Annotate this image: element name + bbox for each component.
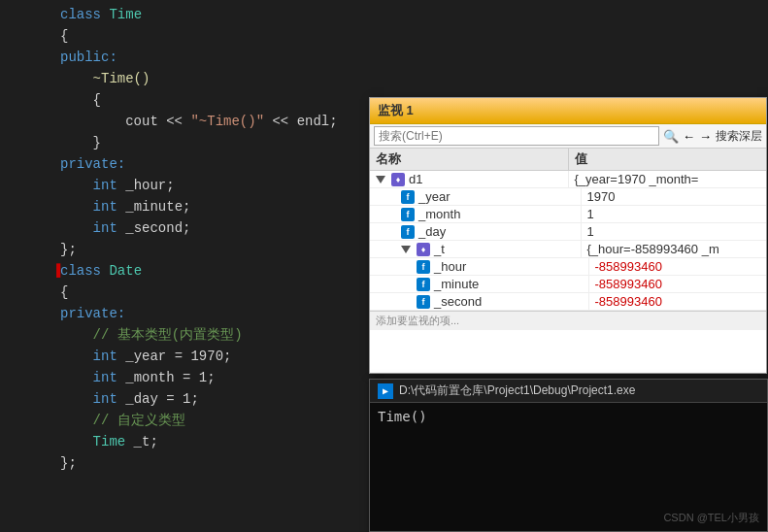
console-watermark: CSDN @TEL小男孩 [663,511,759,525]
watch-table[interactable]: 名称 值 ♦ d1 {_year=1970 _month= f _year 19… [370,149,766,373]
watch-row-year-label: _year [418,189,451,204]
watch-row-month-val: 1 [582,206,767,222]
watch-row-minute-label: _minute [434,277,479,291]
watch-row-minute[interactable]: f _minute -858993460 [370,276,766,293]
watch-row-year[interactable]: f _year 1970 [370,188,766,206]
watch-row-d1-label: d1 [409,172,422,186]
watch-row-month-label: _month [418,207,460,221]
col-val-header: 值 [569,149,767,170]
watch-row-minute-name: f _minute [370,276,589,292]
watch-row-day-val: 1 [582,223,767,240]
console-titlebar: ▶ D:\代码前置仓库\Project1\Debug\Project1.exe [370,380,767,403]
watch-row-t-name[interactable]: ♦ _t [370,241,582,257]
watch-row-d1[interactable]: ♦ d1 {_year=1970 _month= [370,171,766,188]
watch-title: 监视 1 [378,103,414,117]
code-line-2: { [0,25,768,47]
watch-row-t[interactable]: ♦ _t {_hour=-858993460 _m [370,241,766,258]
obj-icon-t: ♦ [417,243,430,256]
watch-table-header: 名称 值 [370,149,766,171]
watch-row-hour[interactable]: f _hour -858993460 [370,258,766,276]
watch-row-year-val: 1970 [582,188,767,205]
watch-row-t-val: {_hour=-858993460 _m [582,241,767,257]
code-line-4: ~Time() [0,68,768,89]
obj-icon-d1: ♦ [391,173,405,186]
watch-add-hint[interactable]: 添加要监视的项... [370,311,766,330]
watch-toolbar: 🔍 ← → 搜索深层 [370,124,766,149]
watch-row-hour-name: f _hour [370,258,589,275]
back-icon[interactable]: ← [683,129,695,144]
field-icon-year: f [401,190,415,204]
watch-row-day-label: _day [418,224,446,239]
watch-row-minute-val: -858993460 [589,276,767,292]
watch-row-second-name: f _second [370,293,589,310]
watch-row-d1-name[interactable]: ♦ d1 [370,171,569,187]
watch-row-second[interactable]: f _second -858993460 [370,293,766,311]
watch-titlebar: 监视 1 [370,98,766,124]
expand-t-icon[interactable] [401,246,411,253]
field-icon-month: f [401,208,415,221]
console-output: Time() [378,409,427,424]
watch-row-month[interactable]: f _month 1 [370,206,766,223]
watch-row-year-name: f _year [370,188,582,205]
console-body: Time() CSDN @TEL小男孩 [370,403,767,531]
watch-row-d1-val: {_year=1970 _month= [569,171,767,187]
watch-row-t-label: _t [434,242,445,256]
field-icon-day: f [401,225,415,239]
code-line-3: public: [0,47,768,68]
console-title: D:\代码前置仓库\Project1\Debug\Project1.exe [399,382,635,399]
watch-row-second-val: -858993460 [589,293,767,310]
watch-row-second-label: _second [434,294,482,309]
expand-d1-icon[interactable] [376,176,385,183]
watch-row-day[interactable]: f _day 1 [370,223,766,241]
field-icon-hour: f [417,260,430,274]
watch-row-hour-val: -858993460 [589,258,767,275]
watch-window[interactable]: 监视 1 🔍 ← → 搜索深层 名称 值 ♦ d1 {_year=1970 _m… [369,97,767,374]
forward-icon[interactable]: → [699,129,712,144]
watch-row-month-name: f _month [370,206,582,222]
col-name-header: 名称 [370,149,569,170]
watch-add-hint-text: 添加要监视的项... [376,315,459,326]
code-line-1: class Time [0,4,768,25]
console-icon: ▶ [378,383,393,399]
watch-search-input[interactable] [374,126,659,146]
field-icon-second: f [417,295,430,309]
search-icon[interactable]: 🔍 [663,129,679,144]
watch-row-day-name: f _day [370,223,582,240]
console-window[interactable]: ▶ D:\代码前置仓库\Project1\Debug\Project1.exe … [369,379,768,532]
search-deep-label: 搜索深层 [716,128,762,145]
watch-row-hour-label: _hour [434,259,466,274]
field-icon-minute: f [417,278,430,291]
